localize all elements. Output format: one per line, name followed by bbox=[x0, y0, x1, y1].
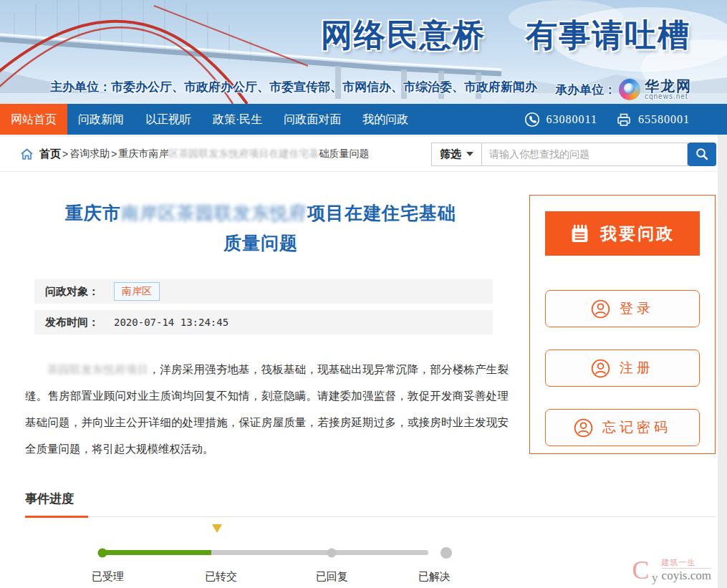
watermark-letter-c: C bbox=[632, 556, 650, 584]
home-icon[interactable] bbox=[20, 148, 34, 160]
body-redacted: 茶园联发东悦府项目 bbox=[47, 363, 148, 375]
top-banner: 网络民意桥 有事请吐槽 主办单位：市委办公厅、市政府办公厅、市委宣传部、市网信办… bbox=[0, 0, 727, 104]
target-tag[interactable]: 南岸区 bbox=[114, 282, 160, 301]
nav-item-clarify[interactable]: 以正视听 bbox=[135, 104, 202, 135]
marker-pin-tip bbox=[212, 524, 222, 545]
user-circle-icon bbox=[574, 418, 593, 438]
watermark-domain: coyis.com bbox=[662, 569, 711, 583]
meta-time-row: 发布时间： 2020-07-14 13:24:45 bbox=[34, 310, 493, 334]
step-label-forwarded: 已转交 bbox=[205, 570, 237, 584]
breadcrumb-separator: > bbox=[111, 148, 117, 160]
time-label: 发布时间： bbox=[45, 316, 99, 329]
watermark-text: 建筑一生 coyis.com bbox=[662, 557, 711, 583]
cqnews-title: 华龙网 bbox=[645, 79, 692, 93]
step-node-replied bbox=[327, 548, 337, 557]
fax-number: 65580001 bbox=[638, 113, 690, 126]
step-label-resolved: 已解决 bbox=[418, 570, 451, 584]
article-title: 重庆市南岸区茶园联发东悦府项目在建住宅基础 质量问题 bbox=[25, 198, 496, 258]
step-node-resolved bbox=[440, 547, 452, 559]
breadcrumb-section[interactable]: 咨询求助 bbox=[69, 148, 110, 160]
progress-track: 已受理 已转交 已回复 已解决 2020-07-14 bbox=[102, 523, 446, 588]
breadcrumb-page-suffix: 础质量问题 bbox=[319, 148, 369, 160]
organizer-list: 市委办公厅、市政府办公厅、市委宣传部、市网信办、市综治委、市政府新闻办 bbox=[111, 80, 537, 94]
banner-title-part1: 网络民意桥 bbox=[321, 14, 486, 57]
undertaker-label: 承办单位： bbox=[555, 82, 616, 98]
forgot-password-button[interactable]: 忘记密码 bbox=[545, 409, 700, 446]
filter-label: 筛选 bbox=[440, 148, 461, 161]
title-suffix: 项目在建住宅基础 bbox=[307, 203, 456, 223]
breadcrumb-separator: > bbox=[62, 148, 68, 160]
login-label: 登录 bbox=[620, 299, 654, 318]
target-label: 问政对象： bbox=[45, 285, 99, 299]
undertaker-line: 承办单位： 华龙网 cqnews.net bbox=[555, 79, 692, 100]
title-redacted: 南岸区茶园联发东悦府 bbox=[121, 203, 307, 223]
phone-icon bbox=[524, 112, 540, 127]
article-body: 茶园联发东悦府项目，洋房采用强夯地基，筏板基础，现基础出现异常沉降，部分楼栋产生… bbox=[25, 356, 509, 462]
forgot-password-label: 忘记密码 bbox=[602, 418, 671, 437]
search-icon bbox=[695, 147, 709, 161]
step-node-accepted bbox=[98, 548, 107, 557]
progress-heading: 事件进度 bbox=[25, 491, 88, 518]
phone-number: 63080011 bbox=[547, 113, 597, 126]
fax-icon bbox=[616, 112, 632, 127]
step-marker-current bbox=[212, 533, 222, 546]
cqnews-name: 华龙网 cqnews.net bbox=[645, 79, 692, 100]
login-button[interactable]: 登录 bbox=[545, 290, 700, 327]
step-label-accepted: 已受理 bbox=[92, 570, 124, 584]
breadcrumb-page-prefix: 重庆市南岸 bbox=[118, 148, 168, 160]
publish-time: 2020-07-14 13:24:45 bbox=[114, 317, 228, 328]
title-line2: 质量问题 bbox=[25, 228, 496, 258]
caret-down-icon bbox=[466, 152, 473, 156]
breadcrumb-row: 首页 > 咨询求助 > 重庆市南岸 区茶园联发东悦府项目在建住宅基 础质量问题 … bbox=[0, 135, 727, 172]
filter-dropdown[interactable]: 筛选 bbox=[431, 143, 482, 166]
page-right-gutter bbox=[718, 135, 727, 588]
search-bar: 筛选 bbox=[431, 143, 716, 166]
progress-heading-rule: 事件进度 bbox=[25, 491, 716, 517]
notepad-icon bbox=[570, 224, 589, 244]
cqnews-domain: cqnews.net bbox=[645, 93, 692, 100]
step-label-replied: 已回复 bbox=[316, 570, 348, 584]
nav-item-mine[interactable]: 我的问政 bbox=[352, 104, 419, 135]
breadcrumb-page-redacted: 区茶园联发东悦府项目在建住宅基 bbox=[168, 148, 319, 160]
nav-item-home[interactable]: 网站首页 bbox=[0, 104, 67, 135]
breadcrumb: 首页 > 咨询求助 > 重庆市南岸 区茶园联发东悦府项目在建住宅基 础质量问题 bbox=[20, 148, 369, 161]
title-prefix: 重庆市 bbox=[65, 203, 121, 223]
progress-bar bbox=[102, 550, 428, 555]
banner-title-part2: 有事请吐槽 bbox=[526, 14, 690, 57]
organizer-line: 主办单位：市委办公厅、市政府办公厅、市委宣传部、市网信办、市综治委、市政府新闻办 bbox=[50, 79, 537, 95]
register-label: 注册 bbox=[620, 359, 654, 377]
main-navbar: 网站首页 问政新闻 以正视听 政策·民生 问政面对面 我的问政 63080011… bbox=[0, 104, 727, 135]
progress-bar-fill bbox=[102, 550, 211, 555]
user-circle-icon bbox=[591, 359, 610, 378]
banner-organizers: 主办单位：市委办公厅、市政府办公厅、市委宣传部、市网信办、市综治委、市政府新闻办… bbox=[0, 74, 727, 99]
action-sidebar: 我要问政 登录 注册 忘记密码 bbox=[529, 195, 716, 454]
register-button[interactable]: 注册 bbox=[545, 350, 700, 387]
user-circle-icon bbox=[591, 299, 610, 319]
nav-contact: 63080011 65580001 bbox=[524, 104, 727, 135]
nav-item-news[interactable]: 问政新闻 bbox=[67, 104, 135, 135]
search-button[interactable] bbox=[688, 143, 716, 166]
banner-title: 网络民意桥 有事请吐槽 bbox=[321, 14, 690, 57]
nav-item-facetoface[interactable]: 问政面对面 bbox=[273, 104, 352, 135]
main-content: 重庆市南岸区茶园联发东悦府项目在建住宅基础 质量问题 问政对象： 南岸区 发布时… bbox=[0, 172, 727, 588]
breadcrumb-home[interactable]: 首页 bbox=[39, 148, 61, 161]
watermark-name: 建筑一生 bbox=[662, 557, 711, 569]
meta-target-row: 问政对象： 南岸区 bbox=[34, 279, 493, 304]
cqnews-logo-icon bbox=[619, 79, 640, 100]
body-main: ，洋房采用强夯地基，筏板基础，现基础出现异常沉降，部分楼栋产生裂缝。售房部置业顾… bbox=[25, 363, 509, 455]
watermark-letter-y: y bbox=[652, 571, 658, 585]
organizer-label: 主办单位： bbox=[50, 80, 111, 94]
watermark: C y 建筑一生 coyis.com bbox=[632, 556, 711, 584]
search-input[interactable] bbox=[482, 143, 688, 166]
nav-item-policy[interactable]: 政策·民生 bbox=[202, 104, 273, 135]
article: 重庆市南岸区茶园联发东悦府项目在建住宅基础 质量问题 问政对象： 南岸区 发布时… bbox=[25, 172, 496, 588]
ask-politics-button[interactable]: 我要问政 bbox=[545, 211, 700, 256]
progress-section: 事件进度 已受理 已转交 已回复 已解决 2020-07-14 bbox=[25, 491, 496, 588]
ask-politics-label: 我要问政 bbox=[600, 223, 675, 245]
coyis-logo-icon: C y bbox=[632, 556, 657, 584]
